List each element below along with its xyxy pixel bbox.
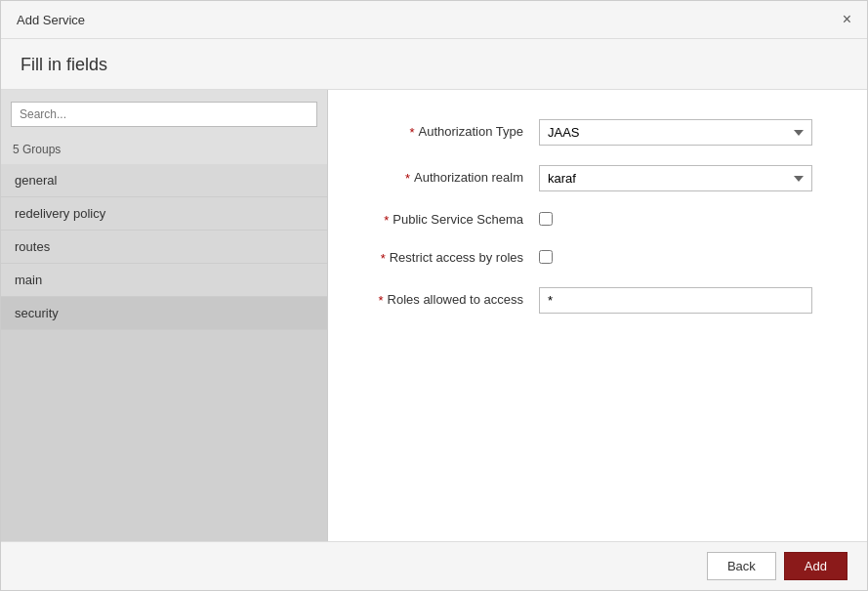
restrict-access-label: * Restrict access by roles	[367, 249, 523, 268]
public-service-schema-row: * Public Service Schema	[367, 211, 828, 230]
sidebar-item-redelivery-policy[interactable]: redelivery policy	[1, 197, 327, 231]
public-service-schema-label: * Public Service Schema	[367, 211, 523, 230]
roles-allowed-label: * Roles allowed to access	[367, 291, 523, 310]
required-marker: *	[409, 124, 414, 142]
required-marker-2: *	[405, 170, 410, 188]
authorization-realm-select[interactable]: karaf default other	[539, 165, 812, 191]
roles-allowed-row: * Roles allowed to access	[367, 287, 828, 314]
back-button[interactable]: Back	[707, 552, 776, 580]
groups-label: 5 Groups	[1, 135, 327, 164]
modal-body: 5 Groups general redelivery policy route…	[1, 90, 867, 541]
authorization-type-row: * Authorization Type JAAS None Basic	[367, 119, 828, 146]
required-marker-3: *	[384, 212, 389, 230]
sidebar-item-main[interactable]: main	[1, 264, 327, 297]
modal-header: Add Service ×	[1, 1, 867, 39]
search-input[interactable]	[11, 102, 317, 127]
sidebar-spacer	[1, 330, 327, 541]
search-box	[11, 102, 317, 127]
authorization-type-select[interactable]: JAAS None Basic	[539, 119, 812, 146]
restrict-access-checkbox[interactable]	[539, 250, 553, 264]
authorization-realm-row: * Authorization realm karaf default othe…	[367, 165, 828, 191]
authorization-type-label: * Authorization Type	[367, 123, 523, 142]
sidebar-item-security[interactable]: security	[1, 297, 327, 330]
public-service-schema-control	[539, 212, 828, 229]
sidebar-item-general[interactable]: general	[1, 164, 327, 197]
roles-allowed-input[interactable]	[539, 287, 812, 314]
required-marker-4: *	[381, 250, 386, 268]
nav-list: general redelivery policy routes main se…	[1, 164, 327, 330]
modal-title: Add Service	[17, 13, 85, 27]
sidebar: 5 Groups general redelivery policy route…	[1, 90, 328, 541]
restrict-access-row: * Restrict access by roles	[367, 249, 828, 268]
authorization-realm-label: * Authorization realm	[367, 169, 523, 188]
roles-allowed-control	[539, 287, 828, 314]
public-service-schema-checkbox[interactable]	[539, 212, 553, 226]
add-button[interactable]: Add	[784, 552, 847, 580]
modal-footer: Back Add	[1, 541, 867, 590]
authorization-realm-control: karaf default other	[539, 165, 828, 191]
required-marker-5: *	[378, 292, 383, 310]
restrict-access-control	[539, 250, 828, 267]
main-content: * Authorization Type JAAS None Basic * A…	[328, 90, 867, 541]
close-button[interactable]: ×	[843, 12, 851, 27]
sidebar-item-routes[interactable]: routes	[1, 231, 327, 264]
add-service-modal: Add Service × Fill in fields 5 Groups ge…	[0, 0, 868, 591]
subtitle-bar: Fill in fields	[1, 39, 867, 90]
page-title: Fill in fields	[21, 55, 847, 75]
authorization-type-control: JAAS None Basic	[539, 119, 828, 146]
